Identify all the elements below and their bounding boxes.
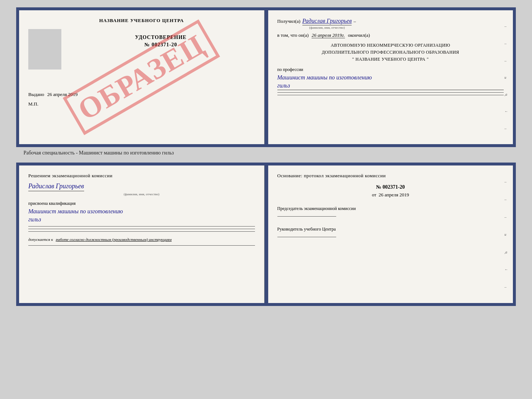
chairman-label: Председатель экзаменационной комиссии xyxy=(277,205,504,212)
protocol-date-line: от 26 апреля 2019 xyxy=(277,192,504,198)
top-right-page: Получил(а) Радислав Григорьев (фамилия, … xyxy=(268,10,513,144)
bottom-side-dashes: –––и,а←– xyxy=(504,165,510,303)
date-label: от xyxy=(372,192,376,197)
qualification-label: присвоена квалификация xyxy=(28,201,255,206)
qual-divider2 xyxy=(28,229,255,229)
specialty-label: Рабочая специальность - Машинист машины … xyxy=(24,150,174,156)
bottom-left-page: Решением экзаменационной комиссии Радисл… xyxy=(19,165,265,303)
qual-line2: гильз xyxy=(28,215,255,224)
allowed-label: допускается к xyxy=(28,237,53,242)
name-sublabel: (фамилия, имя, отчество) xyxy=(309,26,345,29)
recipient-name: Радислав Григорьев xyxy=(302,18,352,25)
qual-divider1 xyxy=(28,226,255,227)
dash-separator: – xyxy=(353,18,356,24)
recipient-line: Получил(а) Радислав Григорьев (фамилия, … xyxy=(277,18,504,29)
allowed-line: допускается к работе согласно должностны… xyxy=(28,237,255,242)
chairman-block: Председатель экзаменационной комиссии xyxy=(277,205,504,218)
profession-label: по профессии xyxy=(277,67,504,72)
in-that-label: в том, что он(а) xyxy=(277,32,309,38)
finished-label: окончил(а) xyxy=(348,32,370,38)
issued-label: Выдано xyxy=(28,92,44,97)
completion-line: в том, что он(а) 26 апреля 2019г. окончи… xyxy=(277,32,504,38)
profession-line2: гильз xyxy=(277,82,504,90)
chairman-signature-line xyxy=(277,216,336,217)
bottom-document-spine xyxy=(265,165,268,303)
person-name-sublabel: (фамилия, имя, отчество) xyxy=(28,192,255,196)
qual-divider3 xyxy=(28,231,255,232)
issued-line: Выдано 26 апреля 2019 xyxy=(28,92,255,97)
cert-title: УДОСТОВЕРЕНИЕ xyxy=(67,35,255,40)
person-name: Радислав Григорьев xyxy=(28,182,84,191)
org-line3: " НАЗВАНИЕ УЧЕБНОГО ЦЕНТРА " xyxy=(277,56,504,63)
director-block: Руководитель учебного Центра xyxy=(277,226,504,239)
basis-title: Основание: протокол экзаменационной коми… xyxy=(277,173,504,179)
org-block: АВТОНОМНУЮ НЕКОММЕРЧЕСКУЮ ОРГАНИЗАЦИЮ ДО… xyxy=(277,42,504,63)
bottom-certificate: Решением экзаменационной комиссии Радисл… xyxy=(16,163,516,306)
top-left-page: НАЗВАНИЕ УЧЕБНОГО ЦЕНТРА УДОСТОВЕРЕНИЕ №… xyxy=(19,10,265,144)
profession-line1: Машинист машины по изготовлению xyxy=(277,74,504,82)
director-label: Руководитель учебного Центра xyxy=(277,226,504,232)
photo-placeholder xyxy=(28,29,61,70)
director-signature-line xyxy=(277,237,336,237)
mp-label: М.П. xyxy=(28,101,255,107)
org-line2: ДОПОЛНИТЕЛЬНОГО ПРОФЕССИОНАЛЬНОГО ОБРАЗО… xyxy=(277,49,504,56)
protocol-number: № 002371-20 xyxy=(277,184,504,190)
divider xyxy=(277,92,504,93)
side-dashes: –––и,а←– xyxy=(504,10,510,144)
allowed-divider xyxy=(28,245,255,246)
completion-date: 26 апреля 2019г. xyxy=(312,32,345,38)
received-label: Получил(а) xyxy=(277,18,301,24)
top-certificate: НАЗВАНИЕ УЧЕБНОГО ЦЕНТРА УДОСТОВЕРЕНИЕ №… xyxy=(16,7,516,147)
cert-number: № 002371-20 xyxy=(67,42,255,48)
issued-date: 26 апреля 2019 xyxy=(47,92,78,97)
training-center-title: НАЗВАНИЕ УЧЕБНОГО ЦЕНТРА xyxy=(28,18,255,24)
org-line1: АВТОНОМНУЮ НЕКОММЕРЧЕСКУЮ ОРГАНИЗАЦИЮ xyxy=(277,42,504,49)
bottom-right-page: Основание: протокол экзаменационной коми… xyxy=(268,165,513,303)
qualification-name: Машинист машины по изготовлению гильз xyxy=(28,207,255,224)
allowed-text: работе согласно должностным (производств… xyxy=(56,237,172,242)
qual-line1: Машинист машины по изготовлению xyxy=(28,207,255,215)
protocol-date: 26 апреля 2019 xyxy=(378,192,409,197)
commission-title: Решением экзаменационной комиссии xyxy=(28,173,255,179)
divider2 xyxy=(277,95,504,95)
document-spine xyxy=(265,10,268,144)
profession-name: Машинист машины по изготовлению гильз xyxy=(277,74,504,90)
